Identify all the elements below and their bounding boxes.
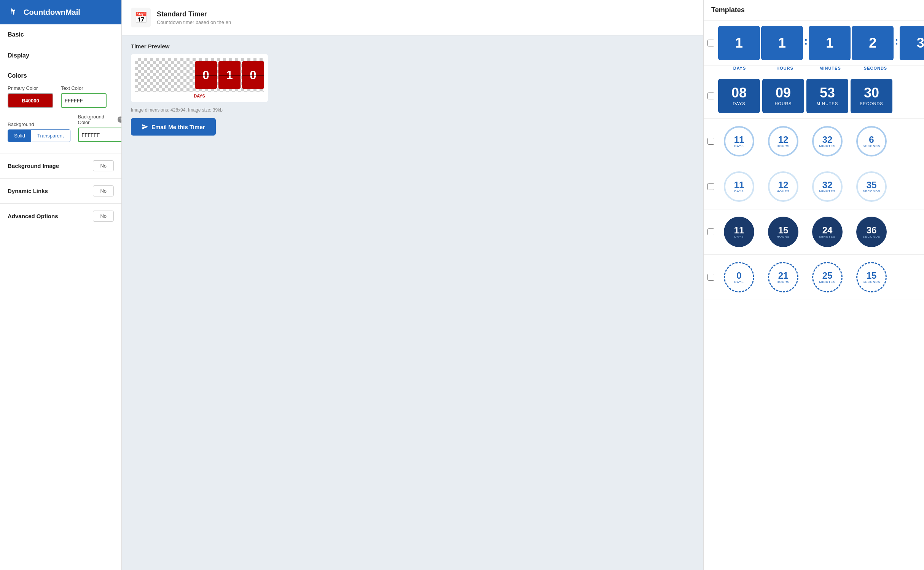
tpl3-seconds[interactable]: 6 SECONDS — [851, 124, 892, 158]
svg-point-0 — [6, 5, 20, 19]
timer-type-info: Standard Timer Countdown timer based on … — [157, 10, 231, 25]
circle-hours-3: 12 HOURS — [768, 126, 798, 156]
template-checkbox-1[interactable] — [707, 40, 714, 46]
tpl4-days[interactable]: 11 DAYS — [718, 169, 760, 204]
tpl5-days[interactable]: 11 DAYS — [718, 215, 760, 249]
bg-field: Background Solid Transparent — [8, 121, 70, 142]
tpl4-hours[interactable]: 12 HOURS — [762, 169, 804, 204]
sidebar: CountdownMail Basic Display Colors Prima… — [0, 0, 122, 570]
days-group-1: 1 1 — [718, 26, 803, 60]
preview-title: Timer Preview — [131, 43, 694, 49]
circle-dark-minutes: 24 MINUTES — [812, 217, 843, 247]
advanced-options-btn[interactable]: No — [93, 211, 114, 222]
tpl6-minutes[interactable]: 25 MINUTES — [806, 260, 848, 294]
tpl6-hours[interactable]: 21 HOURS — [762, 260, 804, 294]
text-color-input[interactable] — [61, 93, 107, 108]
advanced-options-label: Advanced Options — [8, 213, 58, 219]
template-preview-3: 11 DAYS 12 HOURS 32 MINUTES 6 SECO — [718, 124, 920, 158]
template-preview-4: 11 DAYS 12 HOURS 32 MINUTES 35 SEC — [718, 169, 920, 204]
flip-block-1: 1 — [218, 61, 241, 89]
circle-lighter-seconds: 35 SECONDS — [856, 171, 887, 202]
hours-digit2-1[interactable]: 2 — [852, 26, 894, 60]
primary-color-field: Primary Color B40000 — [8, 85, 53, 108]
tpl4-seconds[interactable]: 35 SECONDS — [851, 169, 892, 204]
days-digit1-1[interactable]: 1 — [718, 26, 760, 60]
bg-color-input[interactable] — [78, 128, 121, 142]
circle-lighter-hours: 12 HOURS — [768, 171, 798, 202]
tpl2-seconds[interactable]: 30 SECONDS — [851, 79, 892, 113]
template-preview-6: 0 DAYS 21 HOURS 25 MINUTES 15 SECO — [718, 260, 920, 294]
nav-section-basic[interactable]: Basic — [0, 24, 121, 45]
bg-toggle-group[interactable]: Solid Transparent — [8, 129, 70, 142]
center-panel: 📅 Standard Timer Countdown timer based o… — [122, 0, 703, 570]
tpl5-minutes[interactable]: 24 MINUTES — [806, 215, 848, 249]
template-checkbox-6[interactable] — [707, 274, 714, 281]
logo-icon — [6, 5, 20, 19]
tpl6-seconds[interactable]: 15 SECONDS — [851, 260, 892, 294]
timer-preview-blocks: 0 1 0 — [195, 61, 264, 89]
tpl4-minutes[interactable]: 32 MINUTES — [806, 169, 848, 204]
text-color-label: Text Color — [61, 85, 107, 91]
circle-minutes-3: 32 MINUTES — [812, 126, 843, 156]
bg-color-help-icon[interactable]: ? — [118, 117, 121, 123]
primary-color-swatch[interactable]: B40000 — [8, 93, 53, 108]
email-me-button[interactable]: Email Me this Timer — [131, 118, 216, 136]
sep1: : — [804, 35, 808, 47]
tpl3-minutes[interactable]: 32 MINUTES — [806, 124, 848, 158]
timer-type-card: 📅 Standard Timer Countdown timer based o… — [122, 0, 703, 35]
dynamic-links-btn[interactable]: No — [93, 185, 114, 196]
template-checkbox-5[interactable] — [707, 228, 714, 235]
circle-dashed-seconds: 15 SECONDS — [856, 262, 887, 292]
circle-dark-seconds: 36 SECONDS — [856, 217, 887, 247]
minutes-label-1: MINUTES — [809, 66, 852, 70]
nav-section-display[interactable]: Display — [0, 45, 121, 66]
template-row-6: 0 DAYS 21 HOURS 25 MINUTES 15 SECO — [704, 255, 924, 300]
bg-solid-btn[interactable]: Solid — [8, 130, 31, 142]
checkerboard-bg: 0 1 0 — [135, 58, 264, 92]
email-btn-label: Email Me this Timer — [151, 124, 205, 130]
hours-digit1-1[interactable]: 1 — [809, 26, 851, 60]
template-row-2: 08 DAYS 09 HOURS 53 MINUTES 30 SECONDS — [704, 73, 924, 119]
template-preview-1: 1 1 : 1 2 : 3 1 : 5 5 — [718, 26, 924, 60]
circle-lighter-minutes: 32 MINUTES — [812, 171, 843, 202]
basic-nav-item[interactable]: Basic — [0, 24, 121, 45]
min-digit1-1[interactable]: 3 — [900, 26, 924, 60]
circle-dark-hours: 15 HOURS — [768, 217, 798, 247]
bg-transparent-btn[interactable]: Transparent — [31, 130, 70, 142]
tpl2-minutes[interactable]: 53 MINUTES — [806, 79, 848, 113]
tpl6-days[interactable]: 0 DAYS — [718, 260, 760, 294]
preview-image-wrap: 0 1 0 DAYS — [131, 54, 268, 102]
hours-label-1: HOURS — [763, 66, 806, 70]
template-row-4: 11 DAYS 12 HOURS 32 MINUTES 35 SEC — [704, 164, 924, 209]
tpl5-seconds[interactable]: 36 SECONDS — [851, 215, 892, 249]
tpl3-hours[interactable]: 12 HOURS — [762, 124, 804, 158]
minutes-group-1: 3 1 — [900, 26, 924, 60]
template-row-3: 11 DAYS 12 HOURS 32 MINUTES 6 SECO — [704, 119, 924, 164]
template-checkbox-2[interactable] — [707, 93, 714, 99]
circle-dashed-hours: 21 HOURS — [768, 262, 798, 292]
template-checkbox-3[interactable] — [707, 138, 714, 145]
color-row-primary: Primary Color B40000 Text Color — [8, 85, 114, 108]
circle-days-3: 11 DAYS — [724, 126, 754, 156]
send-icon — [142, 123, 148, 130]
display-nav-item[interactable]: Display — [0, 45, 121, 66]
days-digit2-1[interactable]: 1 — [761, 26, 803, 60]
tpl3-days[interactable]: 11 DAYS — [718, 124, 760, 158]
hours-group-1: 1 2 — [809, 26, 894, 60]
tpl5-hours[interactable]: 15 HOURS — [762, 215, 804, 249]
circle-dashed-days: 0 DAYS — [724, 262, 754, 292]
bg-image-label: Background Image — [8, 163, 59, 169]
tpl2-hours[interactable]: 09 HOURS — [762, 79, 804, 113]
option-row-bg-image: Background Image No — [0, 153, 121, 178]
template-checkbox-4[interactable] — [707, 183, 714, 190]
tpl2-days[interactable]: 08 DAYS — [718, 79, 760, 113]
right-panel: Templates 1 1 : 1 2 : 3 1 — [703, 0, 924, 570]
text-color-field: Text Color — [61, 85, 107, 108]
circle-dark-days: 11 DAYS — [724, 217, 754, 247]
flip-block-0: 0 — [195, 61, 217, 89]
flip-block-2: 0 — [242, 61, 264, 89]
dynamic-links-label: Dynamic Links — [8, 188, 48, 194]
bg-image-btn[interactable]: No — [93, 160, 114, 171]
colors-section: Colors Primary Color B40000 Text Color B… — [0, 66, 121, 153]
circle-lighter-days: 11 DAYS — [724, 171, 754, 202]
